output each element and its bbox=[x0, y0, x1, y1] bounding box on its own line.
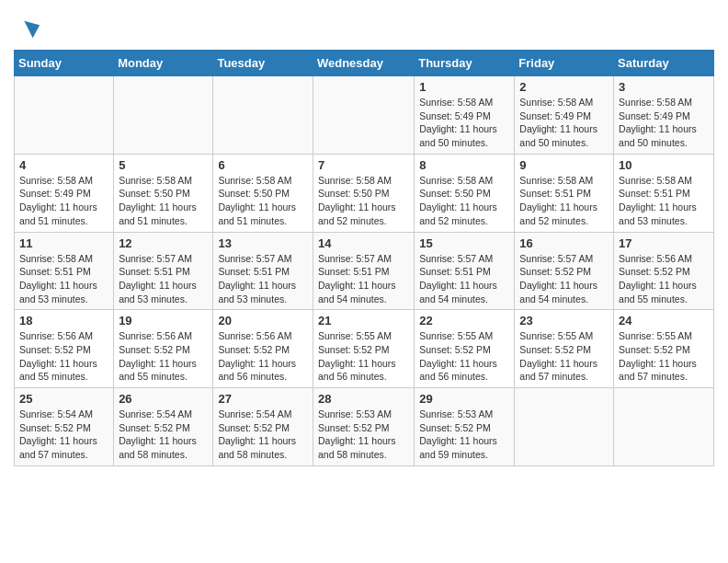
calendar-week-2: 4Sunrise: 5:58 AMSunset: 5:49 PMDaylight… bbox=[15, 154, 714, 232]
calendar-cell: 17Sunrise: 5:56 AMSunset: 5:52 PMDayligh… bbox=[614, 232, 714, 310]
calendar-cell bbox=[614, 388, 714, 466]
day-number: 17 bbox=[619, 236, 709, 250]
calendar-cell: 2Sunrise: 5:58 AMSunset: 5:49 PMDaylight… bbox=[515, 76, 614, 155]
day-info: Sunrise: 5:57 AMSunset: 5:51 PMDaylight:… bbox=[218, 252, 308, 306]
day-info: Sunrise: 5:54 AMSunset: 5:52 PMDaylight:… bbox=[218, 408, 308, 462]
day-info: Sunrise: 5:58 AMSunset: 5:50 PMDaylight:… bbox=[419, 174, 509, 228]
header-cell-monday: Monday bbox=[114, 51, 213, 76]
day-info: Sunrise: 5:58 AMSunset: 5:50 PMDaylight:… bbox=[318, 174, 409, 228]
calendar-cell: 4Sunrise: 5:58 AMSunset: 5:49 PMDaylight… bbox=[15, 154, 114, 232]
day-info: Sunrise: 5:58 AMSunset: 5:49 PMDaylight:… bbox=[619, 96, 709, 150]
calendar-header: SundayMondayTuesdayWednesdayThursdayFrid… bbox=[15, 51, 714, 76]
day-info: Sunrise: 5:53 AMSunset: 5:52 PMDaylight:… bbox=[419, 408, 509, 462]
calendar-body: 1Sunrise: 5:58 AMSunset: 5:49 PMDaylight… bbox=[15, 76, 714, 466]
day-info: Sunrise: 5:56 AMSunset: 5:52 PMDaylight:… bbox=[619, 252, 709, 306]
day-number: 12 bbox=[119, 236, 208, 250]
logo-icon bbox=[16, 17, 41, 42]
day-number: 14 bbox=[318, 236, 409, 250]
calendar-cell bbox=[213, 76, 313, 155]
calendar-cell: 6Sunrise: 5:58 AMSunset: 5:50 PMDaylight… bbox=[213, 154, 313, 232]
header-cell-tuesday: Tuesday bbox=[213, 51, 313, 76]
day-number: 13 bbox=[218, 236, 308, 250]
calendar-cell bbox=[15, 76, 114, 155]
day-number: 22 bbox=[419, 314, 509, 327]
calendar-cell: 15Sunrise: 5:57 AMSunset: 5:51 PMDayligh… bbox=[415, 232, 515, 310]
day-number: 3 bbox=[619, 80, 709, 94]
calendar-cell bbox=[313, 76, 414, 155]
day-info: Sunrise: 5:55 AMSunset: 5:52 PMDaylight:… bbox=[519, 329, 609, 384]
calendar-cell: 24Sunrise: 5:55 AMSunset: 5:52 PMDayligh… bbox=[614, 310, 714, 388]
header-cell-thursday: Thursday bbox=[415, 51, 515, 76]
day-number: 16 bbox=[519, 236, 609, 250]
day-number: 1 bbox=[419, 80, 509, 94]
day-number: 6 bbox=[218, 158, 308, 172]
calendar-cell: 29Sunrise: 5:53 AMSunset: 5:52 PMDayligh… bbox=[415, 388, 515, 466]
calendar-cell: 1Sunrise: 5:58 AMSunset: 5:49 PMDaylight… bbox=[415, 76, 515, 155]
day-number: 11 bbox=[19, 236, 108, 250]
day-info: Sunrise: 5:58 AMSunset: 5:49 PMDaylight:… bbox=[519, 96, 609, 150]
calendar-cell: 8Sunrise: 5:58 AMSunset: 5:50 PMDaylight… bbox=[415, 154, 515, 232]
svg-marker-0 bbox=[24, 21, 40, 39]
calendar-cell: 21Sunrise: 5:55 AMSunset: 5:52 PMDayligh… bbox=[313, 310, 414, 388]
calendar-week-1: 1Sunrise: 5:58 AMSunset: 5:49 PMDaylight… bbox=[15, 76, 714, 155]
header-cell-friday: Friday bbox=[515, 51, 614, 76]
calendar-cell: 7Sunrise: 5:58 AMSunset: 5:50 PMDaylight… bbox=[313, 154, 414, 232]
calendar-cell bbox=[114, 76, 213, 155]
day-info: Sunrise: 5:57 AMSunset: 5:51 PMDaylight:… bbox=[318, 252, 409, 306]
day-number: 27 bbox=[218, 392, 308, 406]
day-info: Sunrise: 5:54 AMSunset: 5:52 PMDaylight:… bbox=[19, 408, 108, 462]
day-info: Sunrise: 5:58 AMSunset: 5:50 PMDaylight:… bbox=[218, 174, 308, 228]
day-number: 29 bbox=[419, 392, 509, 406]
calendar-cell: 20Sunrise: 5:56 AMSunset: 5:52 PMDayligh… bbox=[213, 310, 313, 388]
day-number: 8 bbox=[419, 158, 509, 172]
calendar-cell: 26Sunrise: 5:54 AMSunset: 5:52 PMDayligh… bbox=[114, 388, 213, 466]
header-cell-wednesday: Wednesday bbox=[313, 51, 414, 76]
calendar-cell: 3Sunrise: 5:58 AMSunset: 5:49 PMDaylight… bbox=[614, 76, 714, 155]
calendar-cell: 5Sunrise: 5:58 AMSunset: 5:50 PMDaylight… bbox=[114, 154, 213, 232]
day-number: 4 bbox=[19, 158, 108, 172]
day-info: Sunrise: 5:55 AMSunset: 5:52 PMDaylight:… bbox=[619, 329, 709, 384]
header-row: SundayMondayTuesdayWednesdayThursdayFrid… bbox=[15, 51, 714, 76]
header-cell-saturday: Saturday bbox=[614, 51, 714, 76]
day-number: 5 bbox=[119, 158, 208, 172]
day-info: Sunrise: 5:54 AMSunset: 5:52 PMDaylight:… bbox=[119, 408, 208, 462]
day-info: Sunrise: 5:58 AMSunset: 5:51 PMDaylight:… bbox=[619, 174, 709, 228]
page-header bbox=[14, 9, 714, 42]
day-number: 28 bbox=[318, 392, 409, 406]
day-number: 15 bbox=[419, 236, 509, 250]
day-info: Sunrise: 5:58 AMSunset: 5:51 PMDaylight:… bbox=[19, 252, 108, 306]
day-info: Sunrise: 5:55 AMSunset: 5:52 PMDaylight:… bbox=[318, 329, 409, 384]
calendar-week-3: 11Sunrise: 5:58 AMSunset: 5:51 PMDayligh… bbox=[15, 232, 714, 310]
header-cell-sunday: Sunday bbox=[15, 51, 114, 76]
day-number: 10 bbox=[619, 158, 709, 172]
calendar-week-5: 25Sunrise: 5:54 AMSunset: 5:52 PMDayligh… bbox=[15, 388, 714, 466]
day-number: 9 bbox=[519, 158, 609, 172]
day-number: 21 bbox=[318, 314, 409, 327]
calendar-cell: 11Sunrise: 5:58 AMSunset: 5:51 PMDayligh… bbox=[15, 232, 114, 310]
calendar-cell: 28Sunrise: 5:53 AMSunset: 5:52 PMDayligh… bbox=[313, 388, 414, 466]
calendar-cell: 14Sunrise: 5:57 AMSunset: 5:51 PMDayligh… bbox=[313, 232, 414, 310]
calendar-cell: 25Sunrise: 5:54 AMSunset: 5:52 PMDayligh… bbox=[15, 388, 114, 466]
calendar-week-4: 18Sunrise: 5:56 AMSunset: 5:52 PMDayligh… bbox=[15, 310, 714, 388]
day-number: 2 bbox=[519, 80, 609, 94]
day-info: Sunrise: 5:58 AMSunset: 5:50 PMDaylight:… bbox=[119, 174, 208, 228]
calendar-cell: 13Sunrise: 5:57 AMSunset: 5:51 PMDayligh… bbox=[213, 232, 313, 310]
calendar-cell bbox=[515, 388, 614, 466]
calendar-cell: 27Sunrise: 5:54 AMSunset: 5:52 PMDayligh… bbox=[213, 388, 313, 466]
day-number: 7 bbox=[318, 158, 409, 172]
logo bbox=[14, 17, 41, 42]
day-info: Sunrise: 5:53 AMSunset: 5:52 PMDaylight:… bbox=[318, 408, 409, 462]
day-info: Sunrise: 5:57 AMSunset: 5:51 PMDaylight:… bbox=[119, 252, 208, 306]
day-number: 20 bbox=[218, 314, 308, 327]
calendar-cell: 10Sunrise: 5:58 AMSunset: 5:51 PMDayligh… bbox=[614, 154, 714, 232]
calendar-cell: 22Sunrise: 5:55 AMSunset: 5:52 PMDayligh… bbox=[415, 310, 515, 388]
day-info: Sunrise: 5:57 AMSunset: 5:52 PMDaylight:… bbox=[519, 252, 609, 306]
day-info: Sunrise: 5:56 AMSunset: 5:52 PMDaylight:… bbox=[19, 329, 108, 384]
day-info: Sunrise: 5:56 AMSunset: 5:52 PMDaylight:… bbox=[119, 329, 208, 384]
day-number: 23 bbox=[519, 314, 609, 327]
day-info: Sunrise: 5:58 AMSunset: 5:51 PMDaylight:… bbox=[519, 174, 609, 228]
calendar-cell: 23Sunrise: 5:55 AMSunset: 5:52 PMDayligh… bbox=[515, 310, 614, 388]
calendar-cell: 12Sunrise: 5:57 AMSunset: 5:51 PMDayligh… bbox=[114, 232, 213, 310]
calendar-cell: 18Sunrise: 5:56 AMSunset: 5:52 PMDayligh… bbox=[15, 310, 114, 388]
calendar-cell: 19Sunrise: 5:56 AMSunset: 5:52 PMDayligh… bbox=[114, 310, 213, 388]
